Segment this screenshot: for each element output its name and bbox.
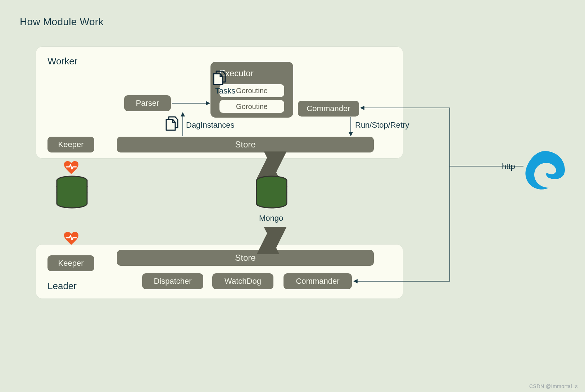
database-icon (257, 176, 287, 208)
worker-parser: Parser (124, 95, 171, 111)
leader-dispatcher: Dispatcher (142, 273, 203, 289)
svg-point-8 (257, 176, 287, 185)
worker-title: Worker (47, 56, 77, 67)
executor-goroutine-2: Goroutine (219, 100, 284, 113)
http-label: http (502, 162, 515, 171)
svg-point-7 (57, 176, 87, 185)
executor-title: Executor (219, 68, 254, 78)
leader-commander: Commander (284, 273, 352, 289)
database-icon (57, 176, 87, 208)
worker-panel: Worker Keeper Parser Executor Goroutine … (36, 47, 403, 158)
diagram-title: How Module Work (20, 16, 104, 28)
edge-browser-icon (525, 151, 565, 190)
tasks-label: Tasks (215, 86, 235, 96)
heart-pulse-icon (64, 161, 78, 174)
leader-title: Leader (47, 281, 77, 292)
leader-panel: Leader Keeper Store Dispatcher WatchDog … (36, 245, 403, 298)
mongo-label: Mongo (259, 214, 283, 223)
leader-store: Store (117, 250, 374, 266)
worker-store: Store (117, 137, 374, 152)
diagram-canvas: How Module Work Worker Keeper Parser Exe… (0, 0, 585, 392)
daginstances-label: DagInstances (186, 120, 235, 130)
runstopretry-label: Run/Stop/Retry (355, 120, 409, 130)
heart-pulse-icon (64, 232, 78, 245)
watermark: CSDN @Immortal_s (529, 383, 578, 389)
leader-watchdog: WatchDog (212, 273, 273, 289)
worker-commander: Commander (298, 101, 359, 117)
worker-keeper: Keeper (47, 137, 94, 152)
leader-keeper: Keeper (47, 255, 94, 271)
